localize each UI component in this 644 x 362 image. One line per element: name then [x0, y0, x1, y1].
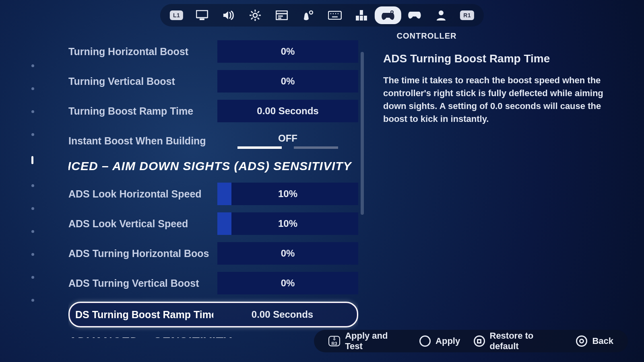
hand-gear-icon	[302, 10, 314, 21]
svg-line-8	[258, 18, 259, 19]
section-dot[interactable]	[31, 184, 34, 187]
setting-value[interactable]: 0.00 Seconds	[217, 100, 358, 122]
section-dot[interactable]	[31, 253, 34, 256]
scrollbar-thumb[interactable]	[361, 52, 364, 215]
value-text: 0.00 Seconds	[252, 309, 313, 320]
setting-ads-look-vertical-speed[interactable]: ADS Look Vertical Speed10%	[68, 212, 358, 235]
value-text: 0%	[281, 46, 295, 57]
tab-keyboard[interactable]	[322, 6, 348, 24]
monitor-icon	[196, 10, 208, 21]
value-fill	[217, 212, 231, 235]
setting-value[interactable]: 0%	[217, 70, 358, 93]
back-button[interactable]: Back	[576, 335, 613, 347]
section-dot[interactable]	[31, 110, 34, 113]
section-dot[interactable]	[31, 156, 33, 164]
setting-turning-vertical-boost[interactable]: Turning Vertical Boost0%	[68, 70, 358, 93]
section-dot[interactable]	[31, 64, 34, 67]
square-icon	[474, 335, 485, 347]
section-dot[interactable]	[31, 299, 34, 302]
selected-tab-title: CONTROLLER	[149, 31, 495, 41]
triangle-icon	[419, 335, 431, 347]
setting-ads-look-horizontal-speed[interactable]: ADS Look Horizontal Speed10%	[68, 183, 358, 205]
svg-rect-0	[196, 10, 208, 18]
section-dot[interactable]	[31, 87, 34, 90]
setting-label: DS Turning Boost Ramp Time	[75, 309, 213, 321]
section-heading-ads: ICED – AIM DOWN SIGHTS (ADS) SENSITIVITY	[68, 159, 358, 173]
svg-point-27	[439, 10, 444, 15]
help-title: ADS Turning Boost Ramp Time	[383, 52, 609, 65]
section-dot[interactable]	[31, 230, 34, 233]
setting-label: Turning Horizontal Boost	[68, 46, 209, 58]
setting-label: Turning Vertical Boost	[68, 76, 209, 87]
setting-value[interactable]: 0%	[217, 272, 358, 294]
value-fill	[217, 183, 231, 205]
apply-button[interactable]: Apply	[419, 335, 460, 347]
svg-rect-11	[276, 11, 287, 20]
tab-controller2[interactable]	[401, 6, 428, 24]
browser-icon	[276, 10, 288, 20]
setting-toggle[interactable]: OFF	[217, 130, 358, 152]
svg-rect-1	[200, 19, 204, 20]
toggle-value: OFF	[278, 133, 297, 144]
setting-ads-turning-vertical-boost[interactable]: ADS Turning Vertical Boost0%	[68, 272, 358, 294]
svg-rect-22	[356, 16, 359, 21]
setting-value[interactable]: 10%	[217, 212, 358, 235]
bumper-left-icon: L1	[170, 10, 183, 20]
gamepad-gear-icon	[381, 10, 395, 20]
tab-touch[interactable]	[295, 6, 322, 24]
svg-point-26	[391, 11, 393, 13]
setting-value[interactable]: 0%	[217, 242, 358, 265]
setting-value[interactable]: 0%	[217, 40, 358, 63]
tab-hud[interactable]	[268, 6, 295, 24]
tab-buildmap[interactable]	[348, 6, 375, 24]
svg-rect-24	[364, 16, 367, 21]
value-text: 10%	[278, 218, 297, 229]
grid-icon	[356, 10, 367, 21]
section-dot[interactable]	[31, 207, 34, 210]
setting-value[interactable]: 10%	[217, 183, 358, 205]
setting-turning-boost-ramp-time[interactable]: Turning Boost Ramp Time0.00 Seconds	[68, 100, 358, 122]
section-dot[interactable]	[31, 276, 34, 279]
svg-rect-16	[328, 11, 341, 19]
setting-label: Turning Boost Ramp Time	[68, 105, 209, 117]
r3-icon: ⇩R3	[328, 336, 340, 346]
speaker-icon	[223, 10, 235, 20]
setting-ads-turning-boost-ramp-time[interactable]: DS Turning Boost Ramp Time 0.00 Seconds	[68, 302, 358, 327]
section-indicator	[31, 64, 34, 302]
tab-game[interactable]	[242, 6, 268, 24]
value-text: 0%	[281, 76, 295, 87]
setting-instant-boost-building[interactable]: Instant Boost When Building OFF	[68, 130, 358, 152]
setting-turning-horizontal-boost[interactable]: Turning Horizontal Boost0%	[68, 40, 358, 63]
tab-controller[interactable]	[375, 6, 401, 24]
gamepad-icon	[408, 11, 421, 20]
keyboard-icon	[328, 11, 342, 20]
svg-line-10	[251, 18, 253, 19]
restore-default-button[interactable]: Restore to default	[474, 331, 562, 352]
bumper-right-icon: R1	[460, 10, 474, 20]
setting-label: ADS Turning Horizontal Boos	[68, 248, 209, 259]
user-icon	[437, 10, 446, 21]
svg-line-7	[251, 11, 253, 13]
setting-ads-turning-horizontal-boos[interactable]: ADS Turning Horizontal Boos0%	[68, 242, 358, 265]
footer-actions: ⇩R3 Apply and Test Apply Restore to defa…	[314, 330, 628, 352]
value-text: 10%	[278, 188, 297, 200]
tab-video[interactable]	[189, 6, 215, 24]
setting-label: ADS Look Horizontal Speed	[68, 188, 209, 200]
apply-and-test-button[interactable]: ⇩R3 Apply and Test	[328, 331, 406, 352]
svg-line-9	[258, 11, 259, 13]
svg-point-15	[310, 11, 313, 14]
help-body: The time it takes to reach the boost spe…	[383, 74, 609, 125]
section-dot[interactable]	[31, 133, 34, 136]
settings-list: Turning Horizontal Boost0%Turning Vertic…	[68, 40, 358, 338]
setting-value[interactable]: 0.00 Seconds	[213, 303, 351, 326]
tab-audio[interactable]	[215, 6, 242, 24]
svg-rect-23	[360, 16, 363, 21]
value-text: 0%	[281, 278, 295, 289]
value-text: 0%	[281, 248, 295, 259]
svg-point-2	[253, 13, 257, 17]
setting-label: Instant Boost When Building	[68, 135, 209, 147]
setting-label: ADS Turning Vertical Boost	[68, 278, 209, 289]
settings-scrollbar[interactable]	[361, 48, 364, 225]
tab-account[interactable]	[428, 6, 454, 24]
settings-tabbar: L1 R1	[160, 4, 484, 27]
